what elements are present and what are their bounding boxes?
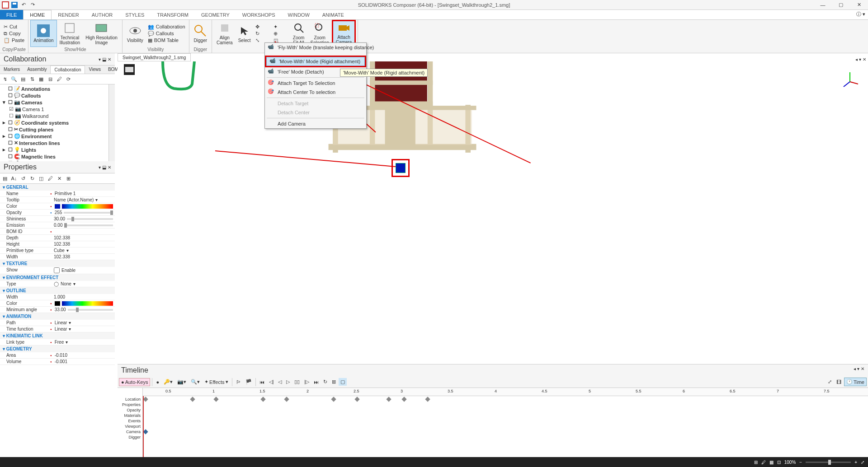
visibility-button[interactable]: Visibility bbox=[124, 20, 146, 47]
add-camera[interactable]: Add Camera bbox=[265, 119, 366, 128]
maximize-button[interactable]: ▢ bbox=[832, 0, 850, 10]
time-button[interactable]: 🕐 Time bbox=[844, 378, 867, 386]
keyframe[interactable] bbox=[331, 397, 336, 402]
section-texture[interactable]: ▾ TEXTURE bbox=[0, 260, 115, 267]
prop-area[interactable]: -0.010 bbox=[55, 353, 67, 358]
toolbar-btn[interactable]: 🔍 bbox=[10, 75, 18, 83]
status-icon[interactable]: ⊡ bbox=[777, 460, 781, 465]
toolbar-btn[interactable]: ▤ bbox=[1, 174, 9, 182]
toolbar-btn[interactable]: ⊟ bbox=[46, 75, 54, 83]
tab-assembly[interactable]: Assembly bbox=[24, 65, 50, 74]
bom-table-toggle[interactable]: ▦ BOM Table bbox=[148, 37, 185, 43]
toolbar-btn[interactable]: ⟳ bbox=[64, 75, 72, 83]
tab-collaboration[interactable]: Collaboration bbox=[50, 65, 85, 74]
toolbar-btn[interactable]: ⊞ bbox=[64, 174, 72, 182]
tab-animate[interactable]: ANIMATE bbox=[316, 10, 350, 19]
keyframe[interactable] bbox=[260, 397, 265, 402]
tab-geometry[interactable]: GEOMETRY bbox=[195, 10, 236, 19]
high-resolution-button[interactable]: High Resolution Image bbox=[83, 20, 120, 47]
tree-lights[interactable]: ▸☐ 💡 Lights bbox=[1, 146, 114, 153]
section-kinematic[interactable]: ▾ KINEMATIC LINK bbox=[0, 332, 115, 339]
section-outline[interactable]: ▾ OUTLINE bbox=[0, 287, 115, 294]
status-icon[interactable]: ▦ bbox=[769, 460, 774, 465]
prop-width[interactable]: 102.338 bbox=[54, 254, 70, 259]
prop-type[interactable]: None bbox=[61, 281, 71, 286]
status-icon[interactable]: ⤢ bbox=[861, 460, 864, 465]
prop-tooltip[interactable]: Name (Actor.Name) bbox=[54, 197, 94, 202]
collaboration-toggle[interactable]: 👥 Collaboration bbox=[148, 24, 185, 30]
keyframe[interactable] bbox=[386, 397, 391, 402]
timeline-btn[interactable]: ⤢ bbox=[826, 378, 834, 386]
color-rainbow[interactable] bbox=[62, 204, 113, 209]
tree-callouts[interactable]: ☐ 💬 Callouts bbox=[1, 92, 114, 99]
prop-show[interactable] bbox=[54, 267, 60, 273]
prop-depth[interactable]: 102.338 bbox=[54, 235, 70, 240]
tab-window[interactable]: WINDOW bbox=[282, 10, 316, 19]
tab-workshops[interactable]: WORKSHOPS bbox=[236, 10, 282, 19]
next-frame-button[interactable]: |▷ bbox=[302, 378, 311, 386]
timeline-btn[interactable]: ▢ bbox=[339, 378, 347, 386]
timeline-btn[interactable]: 🏳 bbox=[234, 378, 243, 386]
prop-owidth[interactable]: 1.000 bbox=[54, 294, 65, 299]
timeline-btn[interactable]: 🎞 bbox=[835, 378, 843, 386]
callouts-toggle[interactable]: 💬 Callouts bbox=[148, 31, 185, 37]
keyframe[interactable] bbox=[213, 397, 218, 402]
timeline-btn[interactable]: ⊞ bbox=[330, 378, 338, 386]
zoom-slider[interactable] bbox=[806, 462, 851, 463]
prop-primtype[interactable]: Cube bbox=[54, 248, 65, 253]
select-button[interactable]: Select bbox=[236, 20, 254, 47]
tree-annotations[interactable]: ☐ 📝 Annotations bbox=[1, 85, 114, 92]
file-menu[interactable]: FILE bbox=[0, 10, 23, 19]
zoom-in-button[interactable]: + bbox=[854, 460, 857, 465]
tree-intersection[interactable]: ☐ ✕ Intersection lines bbox=[1, 140, 114, 146]
keyframe[interactable] bbox=[284, 397, 289, 402]
timeline-btn[interactable]: 📷▾ bbox=[175, 378, 188, 386]
nav-tool-5[interactable]: ⊕ bbox=[274, 31, 288, 37]
toolbar-btn[interactable]: 🖊 bbox=[46, 174, 54, 182]
timeline-btn[interactable]: ● bbox=[154, 378, 161, 386]
paste-button[interactable]: 📋 Paste bbox=[4, 37, 24, 43]
stop-button[interactable]: ▯▯ bbox=[292, 378, 302, 386]
move-with-mode[interactable]: 📹'Move-With' Mode (Rigid attachment) bbox=[266, 57, 365, 66]
prop-ocolor[interactable] bbox=[55, 301, 60, 306]
nav-tool-2[interactable]: ↻ bbox=[255, 31, 270, 37]
keyframe[interactable] bbox=[354, 397, 359, 402]
tree-coords[interactable]: ▸☐ 🧭 Coordinate systems bbox=[1, 119, 114, 126]
fly-with-mode[interactable]: 📹'Fly-With' Mode (translate keeping dist… bbox=[265, 43, 366, 52]
toolbar-btn[interactable]: ↺ bbox=[19, 174, 27, 182]
axis-gizmo[interactable] bbox=[841, 70, 859, 89]
primitive-cube[interactable] bbox=[396, 163, 406, 173]
panel-controls[interactable]: ◂ ▾ ✕ bbox=[854, 366, 864, 374]
prop-opacity[interactable]: 255 bbox=[55, 210, 62, 215]
play-button[interactable]: ▷ bbox=[284, 378, 292, 386]
prop-volume[interactable]: -0.001 bbox=[55, 359, 67, 364]
prev-frame-button[interactable]: ◁| bbox=[267, 378, 276, 386]
keyframe[interactable] bbox=[401, 397, 406, 402]
toolbar-btn[interactable]: ↻ bbox=[28, 174, 36, 182]
timeline-ruler[interactable]: 0.511.522.533.544.555.566.577.588.599.51… bbox=[143, 388, 868, 396]
prop-timefn[interactable]: Linear bbox=[55, 327, 67, 332]
keyframe[interactable] bbox=[143, 397, 148, 402]
panel-controls[interactable]: ▾ ⬓ ✕ bbox=[99, 57, 111, 62]
align-camera-button[interactable]: Align Camera bbox=[214, 20, 236, 47]
help-icon[interactable]: ⓘ ▾ bbox=[856, 11, 865, 18]
section-general[interactable]: ▾ GENERAL bbox=[0, 184, 115, 191]
prop-height[interactable]: 102.338 bbox=[54, 242, 70, 247]
prop-name[interactable]: Primitive 1 bbox=[55, 191, 76, 196]
auto-keys-button[interactable]: ● Auto-Keys bbox=[119, 378, 150, 386]
toolbar-btn[interactable]: ⇅ bbox=[28, 75, 36, 83]
tree-magnetic[interactable]: ☐ 🧲 Magnetic lines bbox=[1, 153, 114, 160]
goto-start-button[interactable]: ⏮ bbox=[258, 378, 266, 386]
toolbar-btn[interactable]: A↓ bbox=[10, 174, 18, 182]
tree-camera1[interactable]: ☑ 📷 Camera 1 bbox=[1, 106, 114, 112]
prop-shininess[interactable]: 30.00 bbox=[54, 216, 65, 221]
toolbar-btn[interactable]: ▤ bbox=[19, 75, 27, 83]
undo-icon[interactable]: ↶ bbox=[20, 1, 27, 9]
zoom-out-button[interactable]: − bbox=[799, 460, 802, 465]
playhead[interactable] bbox=[143, 396, 144, 457]
panel-controls[interactable]: ▾ ⬓ ✕ bbox=[99, 165, 111, 170]
timeline-btn[interactable]: 🔍▾ bbox=[189, 378, 202, 386]
redo-icon[interactable]: ↷ bbox=[29, 1, 36, 9]
effects-button[interactable]: ✦ Effects ▾ bbox=[203, 378, 230, 386]
nav-tool-1[interactable]: ✥ bbox=[255, 24, 270, 30]
